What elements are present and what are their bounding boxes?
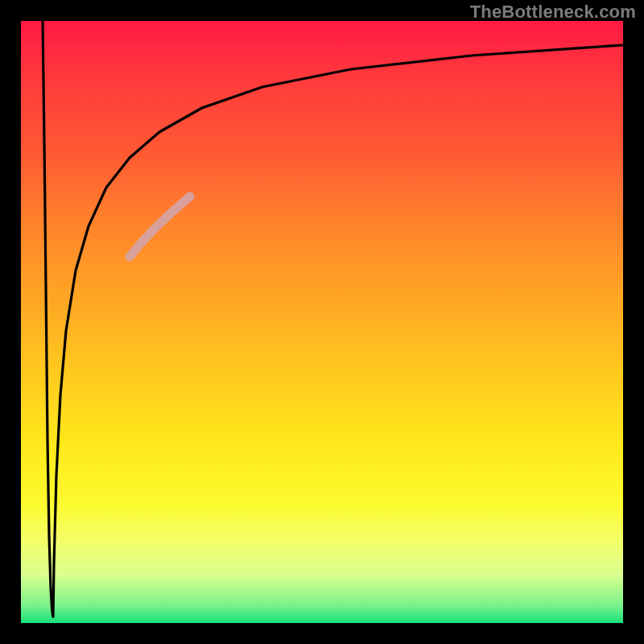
- chart-frame: TheBottleneck.com: [0, 0, 644, 644]
- curve-main: [43, 21, 623, 617]
- curve-highlight-segment: [130, 196, 190, 257]
- bottleneck-curve: [21, 21, 623, 623]
- watermark-text: TheBottleneck.com: [470, 2, 636, 23]
- plot-area: [21, 21, 623, 623]
